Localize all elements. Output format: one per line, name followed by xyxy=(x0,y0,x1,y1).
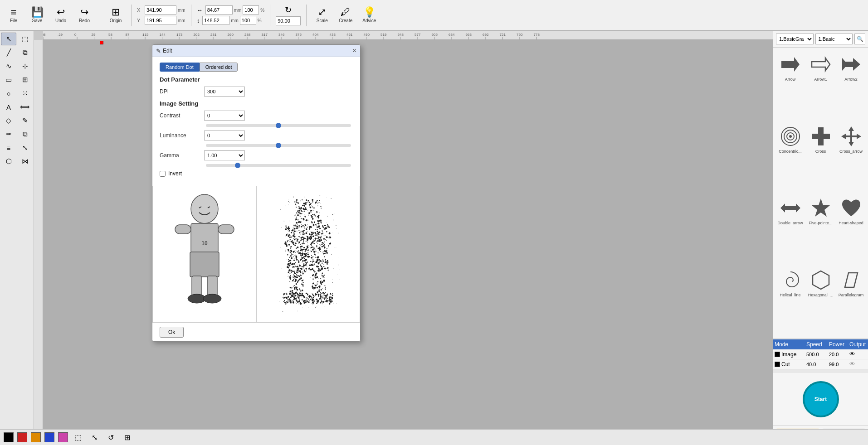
origin-marker xyxy=(100,41,103,44)
shape-cell-cross-arrow[interactable]: Cross_arrow xyxy=(837,122,865,193)
search-button[interactable]: 🔍 xyxy=(854,34,865,44)
x-input[interactable] xyxy=(145,5,176,15)
cut-output-cell[interactable]: 👁 xyxy=(848,359,868,369)
shape-cell-helical[interactable]: Helical_line xyxy=(776,266,805,336)
toolbar: ≡ File 💾 Save ↩ Undo ↪ Redo ⊞ Origin X m… xyxy=(0,0,868,31)
subcategory-select[interactable]: 1.Basic xyxy=(815,34,853,44)
luminance-slider[interactable] xyxy=(206,144,351,147)
output-col-header: Output xyxy=(848,339,868,349)
image-power-cell: 20.0 xyxy=(828,350,848,358)
dialog-close-button[interactable]: × xyxy=(352,47,356,55)
shape-cell-concentric[interactable]: Concentric... xyxy=(776,122,805,193)
svg-marker-23 xyxy=(812,198,830,217)
advice-button[interactable]: 💡 Advice xyxy=(359,6,379,24)
grid-tool[interactable]: ⊞ xyxy=(17,73,33,86)
save-button[interactable]: 💾 Save xyxy=(27,6,47,24)
cut-color-swatch[interactable] xyxy=(775,362,780,367)
canvas-area[interactable]: ✎ Edit × Random Dot Ordered dot Dot Para… xyxy=(34,31,773,445)
invert-checkbox[interactable] xyxy=(160,171,166,177)
create-button[interactable]: 🖊 Create xyxy=(336,6,356,24)
curve-tool[interactable]: ∿ xyxy=(1,60,16,73)
contrast-slider[interactable] xyxy=(206,124,351,127)
y-input[interactable] xyxy=(145,16,176,25)
path-tool[interactable]: ⋈ xyxy=(17,155,33,168)
sep3 xyxy=(191,5,191,26)
luminance-select[interactable]: 010-10 xyxy=(204,131,245,140)
eraser-tool[interactable]: ◇ xyxy=(1,114,16,127)
paint-tool[interactable]: ✏ xyxy=(1,128,16,140)
svg-marker-13 xyxy=(812,58,830,71)
mode-table-header: Mode Speed Power Output xyxy=(773,339,868,349)
contrast-select[interactable]: 01020-10 xyxy=(204,111,245,121)
x-unit: mm xyxy=(178,8,185,13)
loop-btn[interactable]: ↺ xyxy=(104,431,117,444)
color-orange[interactable] xyxy=(31,432,41,442)
angle-input[interactable] xyxy=(276,16,301,25)
w-pct-input[interactable] xyxy=(243,5,259,15)
tab-random-dot[interactable]: Random Dot xyxy=(160,63,200,72)
shape-cell-five-point[interactable]: Five-pointe... xyxy=(806,194,835,264)
color-black[interactable] xyxy=(4,432,14,442)
image-color-swatch[interactable] xyxy=(775,352,780,357)
shape-cell-cross[interactable]: Cross xyxy=(806,122,835,193)
origin-button[interactable]: ⊞ Origin xyxy=(106,6,126,24)
gamma-thumb[interactable] xyxy=(235,163,240,168)
sep2 xyxy=(131,5,132,26)
file-icon: ≡ xyxy=(11,7,17,17)
line-tool[interactable]: ╱ xyxy=(1,46,16,59)
shape-cell-double-arrow[interactable]: Double_arrow xyxy=(776,194,805,264)
parallelogram-shape-icon xyxy=(839,268,863,292)
tab-ordered-dot[interactable]: Ordered dot xyxy=(200,63,238,72)
color-pink[interactable] xyxy=(58,432,68,442)
ruler-vertical xyxy=(34,40,43,445)
text-tool[interactable]: A xyxy=(1,101,16,113)
gamma-slider[interactable] xyxy=(206,164,351,167)
shape-cell-hexagon[interactable]: Hexagonal_... xyxy=(806,266,835,336)
layers-panel-tool[interactable]: ≡ xyxy=(1,141,16,154)
arrow-shape-icon xyxy=(779,53,802,76)
sep5 xyxy=(306,5,307,26)
image-output-cell[interactable]: 👁 xyxy=(848,349,868,359)
rect-tool[interactable]: ▭ xyxy=(1,73,16,86)
arrange-tool[interactable]: ⧉ xyxy=(17,128,33,140)
edit-node-tool[interactable]: ✎ xyxy=(17,114,33,127)
redo-button[interactable]: ↪ Redo xyxy=(74,6,94,24)
color-red[interactable] xyxy=(17,432,27,442)
scale-button[interactable]: ⤢ Scale xyxy=(312,6,332,24)
frame-btn[interactable]: ⬚ xyxy=(72,431,84,444)
gamma-slider-row xyxy=(160,164,353,167)
dialog-title-text: Edit xyxy=(163,48,172,54)
grid-btn[interactable]: ⊞ xyxy=(121,431,133,444)
select2-tool[interactable]: ⬚ xyxy=(17,33,33,45)
transform-tool[interactable]: ⤡ xyxy=(17,141,33,154)
shape-cell-arrow2[interactable]: Arrow2 xyxy=(837,50,865,121)
mirror-tool[interactable]: ⟺ xyxy=(17,101,33,113)
start-button[interactable]: Start xyxy=(803,381,839,417)
circle-tool[interactable]: ○ xyxy=(1,87,16,100)
layer-tool[interactable]: ⧉ xyxy=(17,46,33,59)
cut-speed-cell: 40.0 xyxy=(805,360,828,368)
luminance-thumb[interactable] xyxy=(276,143,281,148)
gamma-select[interactable]: 1.001.502.000.75 xyxy=(204,150,245,160)
category-select[interactable]: 1.BasicGra xyxy=(776,34,814,44)
shape-cell-parallelogram[interactable]: Parallelogram xyxy=(837,266,865,336)
dots-tool[interactable]: ⁙ xyxy=(17,87,33,100)
shape-cell-heart[interactable]: Heart-shaped xyxy=(837,194,865,264)
svg-rect-6 xyxy=(218,225,234,234)
arrange-btn[interactable]: ⤡ xyxy=(88,431,101,444)
undo-button[interactable]: ↩ Undo xyxy=(51,6,71,24)
h-pct-input[interactable] xyxy=(240,16,256,25)
color-blue[interactable] xyxy=(44,432,54,442)
contrast-thumb[interactable] xyxy=(276,123,281,128)
width-input[interactable] xyxy=(205,5,233,15)
file-button[interactable]: ≡ File xyxy=(4,6,24,24)
height-input[interactable] xyxy=(202,16,229,25)
material-tool[interactable]: ⬡ xyxy=(1,155,16,168)
arrow2-shape-label: Arrow2 xyxy=(844,77,858,82)
select-tool[interactable]: ↖ xyxy=(1,33,16,45)
shape-cell-arrow1[interactable]: Arrow1 xyxy=(806,50,835,121)
ok-button[interactable]: Ok xyxy=(160,327,184,338)
node-tool[interactable]: ⊹ xyxy=(17,60,33,73)
dpi-select[interactable]: 300200150100 xyxy=(204,87,245,97)
shape-cell-arrow[interactable]: Arrow xyxy=(776,50,805,121)
